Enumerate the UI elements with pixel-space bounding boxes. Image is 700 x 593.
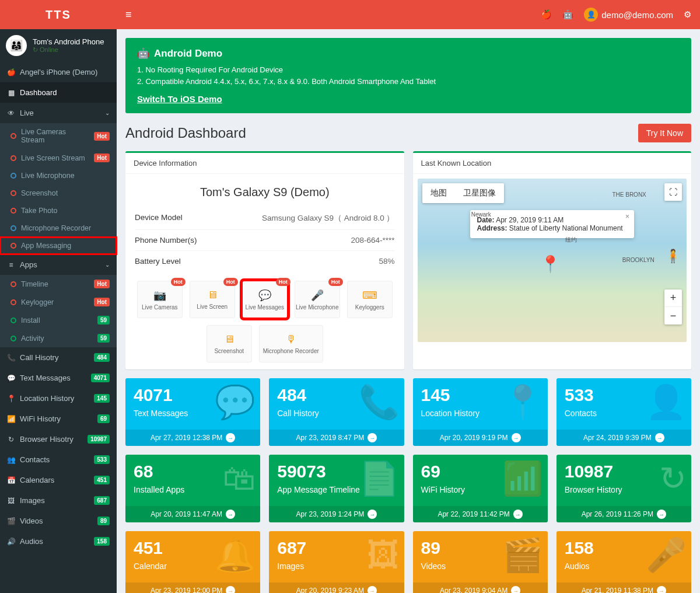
user-menu[interactable]: 👤 demo@demo.com xyxy=(584,8,673,22)
sidebar-item[interactable]: Live Screen Stream Hot xyxy=(0,149,117,167)
sidebar-item[interactable]: 📞 Call Hisotry 484 xyxy=(0,347,117,368)
banner-title: Android Demo xyxy=(154,48,222,60)
metric-footer[interactable]: Apr 27, 2019 12:38 PM → xyxy=(125,430,260,446)
sidebar-item[interactable]: 🖼 Images 687 xyxy=(0,490,117,511)
badge: 69 xyxy=(97,414,110,423)
android-platform-icon[interactable]: 🤖 xyxy=(562,9,573,20)
metric-footer[interactable]: Apr 23, 2019 8:47 PM → xyxy=(269,430,404,446)
quick-action-button[interactable]: Hot 🖥 Live Screen xyxy=(190,281,235,318)
sidebar-item-demo-device[interactable]: 🍎 Angel's iPhone (Demo) xyxy=(0,62,117,82)
sidebar-item[interactable]: Activity 59 xyxy=(0,329,117,347)
quick-action-button[interactable]: ⌨ Keyloggers xyxy=(347,281,393,318)
sidebar-item[interactable]: 🎬 Videos 89 xyxy=(0,511,117,531)
metric-footer[interactable]: Apr 26, 2019 11:26 PM → xyxy=(556,506,691,522)
sidebar-item[interactable]: 📅 Calendars 451 xyxy=(0,470,117,490)
label: Keylogger xyxy=(21,298,54,306)
sidebar-item[interactable]: ↻ Browser Hisotry 10987 xyxy=(0,429,117,449)
sidebar-item[interactable]: 📶 WiFi Hisotry 69 xyxy=(0,409,117,429)
brand-logo[interactable]: TTS xyxy=(0,0,117,29)
metric-card[interactable]: 59073 App Message Timeline 📄 Apr 23, 201… xyxy=(269,455,404,522)
apple-platform-icon[interactable]: 🍎 xyxy=(541,9,552,20)
label: Phone Number(s) xyxy=(135,236,197,245)
quick-action-button[interactable]: Hot 🎤 Live Microphone xyxy=(295,281,340,318)
banner-line-2: 2. Compatible Android 4.4.x, 5.x, 6.x, 7… xyxy=(137,76,680,88)
sidebar-item[interactable]: 📍 Location History 145 xyxy=(0,388,117,409)
sidebar-item[interactable]: Microphone Recorder xyxy=(0,219,117,237)
metric-icon: ↻ xyxy=(659,459,687,497)
map-place-label: BROOKLYN xyxy=(622,257,654,263)
metric-card[interactable]: 687 Images 🖼 Apr 20, 2019 9:23 AM → xyxy=(269,531,404,593)
map-tab-satellite[interactable]: 卫星图像 xyxy=(455,183,504,203)
zoom-in-button[interactable]: + xyxy=(664,289,682,307)
metric-footer[interactable]: Apr 20, 2019 9:19 PM → xyxy=(413,430,548,446)
metric-footer[interactable]: Apr 23, 2019 1:24 PM → xyxy=(269,506,404,522)
label: Device Model xyxy=(135,213,183,224)
metric-timestamp: Apr 20, 2019 9:23 AM xyxy=(296,587,364,593)
sidebar-item[interactable]: 👥 Contacts 533 xyxy=(0,449,117,470)
metric-footer[interactable]: Apr 20, 2019 9:23 AM → xyxy=(269,582,404,593)
action-icon: 🎙 xyxy=(286,333,296,346)
metric-card[interactable]: 89 Videos 🎬 Apr 23, 2019 9:04 AM → xyxy=(413,531,548,593)
apple-icon: 🍎 xyxy=(7,68,15,76)
metric-footer[interactable]: Apr 22, 2019 11:42 PM → xyxy=(413,506,548,522)
item-icon: 🎬 xyxy=(7,517,15,525)
quick-action-button[interactable]: 🖥 Screenshot xyxy=(206,325,252,362)
map[interactable]: 地图 卫星图像 ⛶ × Date: Apr 29, 2019 9:11 AM A… xyxy=(418,179,687,342)
label: Apps xyxy=(20,260,37,269)
arrow-right-icon: → xyxy=(368,586,377,593)
sidebar-item[interactable]: Live Cameras Stream Hot xyxy=(0,123,117,149)
metric-footer[interactable]: Apr 23, 2019 12:00 PM → xyxy=(125,582,260,593)
label: App Messaging xyxy=(21,242,71,250)
metric-card[interactable]: 451 Calendar 🔔 Apr 23, 2019 12:00 PM → xyxy=(125,531,260,593)
label: WiFi Hisotry xyxy=(20,414,61,423)
metric-footer[interactable]: Apr 21, 2019 11:38 PM → xyxy=(556,582,691,593)
sidebar-group-apps[interactable]: ≡ Apps ⌄ xyxy=(0,254,117,275)
metric-footer[interactable]: Apr 20, 2019 11:47 AM → xyxy=(125,506,260,522)
settings-icon[interactable]: ⚙ xyxy=(684,9,691,20)
bullet-icon xyxy=(10,173,16,179)
sidebar-item[interactable]: Take Photo xyxy=(0,202,117,219)
zoom-out-button[interactable]: − xyxy=(664,307,682,325)
sidebar-item[interactable]: Live Microphone xyxy=(0,167,117,184)
metric-timestamp: Apr 24, 2019 9:39 PM xyxy=(583,434,652,442)
sidebar-group-live[interactable]: 👁 Live ⌄ xyxy=(0,103,117,123)
sidebar-item[interactable]: Keylogger Hot xyxy=(0,293,117,311)
sidebar-item-dashboard[interactable]: ▦ Dashboard xyxy=(0,82,117,103)
quick-action-button[interactable]: Hot 💬 Live Messages xyxy=(242,281,288,318)
metric-card[interactable]: 68 Installed Apps 🛍 Apr 20, 2019 11:47 A… xyxy=(125,455,260,522)
streetview-icon[interactable]: 🧍 xyxy=(665,249,681,264)
label: Live Cameras xyxy=(142,304,178,311)
sidebar-item[interactable]: App Messaging xyxy=(0,237,117,254)
metric-card[interactable]: 10987 Browser History ↻ Apr 26, 2019 11:… xyxy=(556,455,691,522)
quick-action-button[interactable]: 🎙 Microphone Recorder xyxy=(259,325,323,362)
metric-icon: 🔔 xyxy=(215,536,256,574)
label: Images xyxy=(20,496,45,505)
quick-action-button[interactable]: Hot 📷 Live Cameras xyxy=(137,281,183,318)
metric-card[interactable]: 145 Location History 📍 Apr 20, 2019 9:19… xyxy=(413,378,548,446)
sidebar-item[interactable]: Timeline Hot xyxy=(0,275,117,293)
switch-demo-link[interactable]: Switch To iOS Demo xyxy=(137,94,222,104)
metric-card[interactable]: 484 Call History 📞 Apr 23, 2019 8:47 PM … xyxy=(269,378,404,446)
sidebar-item[interactable]: Screenshot xyxy=(0,184,117,202)
menu-toggle-icon[interactable]: ≡ xyxy=(125,9,132,21)
sidebar-item[interactable]: 💬 Text Messages 4071 xyxy=(0,368,117,388)
sidebar-item[interactable]: 🔊 Audios 158 xyxy=(0,531,117,552)
fullscreen-icon[interactable]: ⛶ xyxy=(664,183,682,201)
sidebar-item[interactable]: Install 59 xyxy=(0,311,117,329)
arrow-right-icon: → xyxy=(657,510,666,519)
close-icon[interactable]: × xyxy=(625,212,629,221)
metric-footer[interactable]: Apr 23, 2019 9:04 AM → xyxy=(413,582,548,593)
metric-card[interactable]: 4071 Text Messages 💬 Apr 27, 2019 12:38 … xyxy=(125,378,260,446)
metric-card[interactable]: 533 Contacts 👤 Apr 24, 2019 9:39 PM → xyxy=(556,378,691,446)
badge: 687 xyxy=(94,496,110,505)
metric-card[interactable]: 69 WiFi History 📶 Apr 22, 2019 11:42 PM … xyxy=(413,455,548,522)
hot-badge: Hot xyxy=(171,278,186,286)
badge: 59 xyxy=(97,316,110,325)
map-place-label: 纽约 xyxy=(565,236,577,244)
metric-timestamp: Apr 21, 2019 11:38 PM xyxy=(582,587,653,593)
try-it-now-button[interactable]: Try It Now xyxy=(638,124,691,142)
metric-card[interactable]: 158 Audios 🎤 Apr 21, 2019 11:38 PM → xyxy=(556,531,691,593)
metric-footer[interactable]: Apr 24, 2019 9:39 PM → xyxy=(556,430,691,446)
label: Audios xyxy=(20,537,43,546)
map-tab-map[interactable]: 地图 xyxy=(422,183,455,203)
